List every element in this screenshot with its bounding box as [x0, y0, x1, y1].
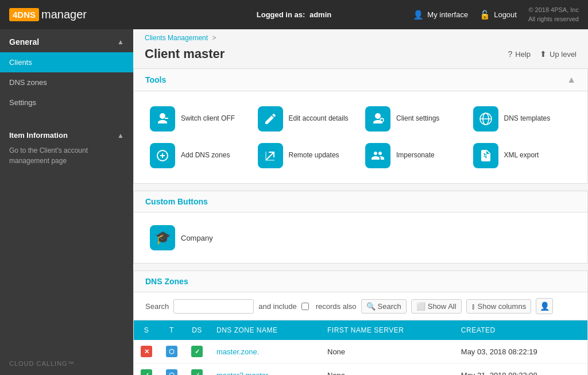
- sidebar-settings-label: Settings: [9, 98, 36, 107]
- records-also-checkbox[interactable]: [301, 303, 309, 310]
- extra-options-icon: 👤: [540, 301, 550, 311]
- extra-options-button[interactable]: 👤: [536, 298, 553, 314]
- xml-export-label: XML export: [504, 151, 539, 160]
- main-content: Clients Management > Client master ? Hel…: [133, 29, 588, 375]
- row1-first-ns: None: [320, 340, 454, 364]
- copyright-year: © 2018 4PSA, Inc: [528, 6, 579, 14]
- custom-buttons-grid: 🎓 Company: [134, 212, 587, 263]
- add-dns-zones-icon: [150, 143, 175, 168]
- page-title: Client master: [145, 47, 225, 61]
- my-interface-button[interactable]: 👤 My interface: [413, 10, 468, 20]
- row1-ds: ✓: [184, 340, 210, 364]
- dns-templates-icon: [473, 106, 498, 132]
- company-label: Company: [181, 234, 213, 242]
- col-created: Created: [454, 320, 587, 340]
- tool-remote-updates[interactable]: Remote updates: [253, 137, 361, 174]
- zone-link-2[interactable]: master2.master.: [216, 371, 270, 376]
- zone-link-1[interactable]: master.zone.: [216, 347, 259, 356]
- sidebar-footer: CLOUD CALLING™: [0, 352, 133, 375]
- header: 4DNS manager Logged in as: admin 👤 My in…: [0, 0, 588, 29]
- sidebar: General ▲ Clients DNS zones Settings Ite…: [0, 29, 133, 375]
- header-actions: 👤 My interface 🔓 Logout © 2018 4PSA, Inc…: [413, 6, 579, 24]
- tool-edit-account[interactable]: Edit account details: [253, 100, 361, 137]
- search-button[interactable]: 🔍 Search: [361, 299, 407, 314]
- up-level-label: Up level: [550, 50, 577, 59]
- help-button[interactable]: ? Help: [508, 49, 531, 59]
- col-first-ns: First Name Server: [320, 320, 454, 340]
- logout-label: Logout: [494, 10, 517, 19]
- item-info-chevron-icon: ▲: [117, 132, 124, 140]
- impersonate-label: Impersonate: [396, 151, 435, 160]
- logout-icon: 🔓: [479, 10, 490, 20]
- logout-button[interactable]: 🔓 Logout: [479, 10, 517, 20]
- xml-export-icon: [473, 143, 498, 168]
- up-level-icon: ⬆: [540, 49, 547, 59]
- logo: 4DNS manager: [9, 8, 87, 21]
- table-row: ✓ ⬡ ✓ master2.master. None: [134, 364, 587, 376]
- remote-updates-icon: [258, 143, 283, 168]
- sidebar-item-dns-zones[interactable]: DNS zones: [0, 72, 133, 92]
- sidebar-clients-label: Clients: [9, 58, 32, 67]
- row2-t: ⬡: [159, 364, 184, 376]
- row1-t: ⬡: [159, 340, 184, 364]
- sidebar-item-clients[interactable]: Clients: [0, 52, 133, 72]
- breadcrumb-separator: >: [212, 34, 216, 42]
- page-actions: ? Help ⬆ Up level: [508, 49, 577, 59]
- table-header: S T DS DNS Zone Name First Name Server C…: [134, 320, 587, 340]
- tool-client-settings[interactable]: Client settings: [361, 100, 469, 137]
- table-row: ✕ ⬡ ✓ master.zone. None: [134, 340, 587, 364]
- add-dns-zones-label: Add DNS zones: [181, 151, 230, 160]
- edit-account-icon: [258, 106, 283, 132]
- help-label: Help: [515, 50, 531, 59]
- tool-switch-client-off[interactable]: Switch client OFF: [145, 100, 253, 137]
- page-title-bar: Client master ? Help ⬆ Up level: [133, 43, 588, 68]
- row2-created: May 31, 2018 08:33:08: [454, 364, 587, 376]
- custom-buttons-section: Custom Buttons 🎓 Company: [133, 191, 588, 264]
- logo-dns: 4DNS: [9, 8, 39, 21]
- table-body: ✕ ⬡ ✓ master.zone. None: [134, 340, 587, 375]
- and-include-label: and include: [258, 302, 297, 311]
- my-interface-label: My interface: [427, 10, 468, 19]
- show-all-icon: ⬜: [416, 302, 425, 311]
- status-green-icon3: ✓: [191, 369, 203, 375]
- custom-btn-company[interactable]: 🎓 Company: [145, 222, 218, 254]
- tool-dns-templates[interactable]: DNS templates: [469, 100, 577, 137]
- tool-xml-export[interactable]: XML export: [469, 137, 577, 174]
- row1-created: May 03, 2018 08:22:19: [454, 340, 587, 364]
- remote-updates-label: Remote updates: [289, 151, 339, 160]
- logo-manager: manager: [41, 8, 87, 21]
- tools-collapse-icon[interactable]: ▲: [567, 75, 576, 85]
- search-input[interactable]: [173, 299, 254, 314]
- layout: General ▲ Clients DNS zones Settings Ite…: [0, 29, 588, 375]
- col-s: S: [134, 320, 159, 340]
- dns-templates-label: DNS templates: [504, 114, 551, 123]
- tool-impersonate[interactable]: Impersonate: [361, 137, 469, 174]
- col-ds: DS: [184, 320, 210, 340]
- sidebar-item-settings[interactable]: Settings: [0, 92, 133, 113]
- dns-zones-section-header: DNS Zones: [134, 271, 587, 292]
- status-red-icon: ✕: [141, 346, 152, 357]
- logged-in-user: admin: [310, 10, 331, 19]
- records-also-label: records also: [316, 302, 357, 311]
- custom-buttons-title: Custom Buttons: [145, 197, 208, 206]
- up-level-button[interactable]: ⬆ Up level: [540, 49, 577, 59]
- breadcrumb-parent[interactable]: Clients Management: [145, 34, 210, 42]
- row1-s: ✕: [134, 340, 159, 364]
- item-information-header: Item Information ▲: [0, 124, 133, 143]
- sidebar-dns-zones-label: DNS zones: [9, 78, 47, 87]
- show-all-button[interactable]: ⬜ Show All: [411, 299, 462, 314]
- item-info-link[interactable]: Go to the Client's account management pa…: [0, 143, 133, 173]
- show-columns-button[interactable]: ⫿ Show columns: [466, 299, 532, 314]
- edit-account-label: Edit account details: [289, 114, 349, 123]
- client-settings-icon: [365, 106, 390, 132]
- dns-zones-section: DNS Zones Search and include records als…: [133, 270, 588, 375]
- sidebar-general-label: General: [9, 37, 39, 47]
- col-t: T: [159, 320, 184, 340]
- search-label: Search: [145, 302, 169, 311]
- switch-client-off-label: Switch client OFF: [181, 114, 235, 123]
- logged-in-label: Logged in as:: [257, 10, 305, 19]
- tool-add-dns-zones[interactable]: Add DNS zones: [145, 137, 253, 174]
- dns-zones-table: S T DS DNS Zone Name First Name Server C…: [134, 320, 587, 375]
- status-green-icon: ✓: [191, 346, 203, 357]
- row2-name: master2.master.: [210, 364, 320, 376]
